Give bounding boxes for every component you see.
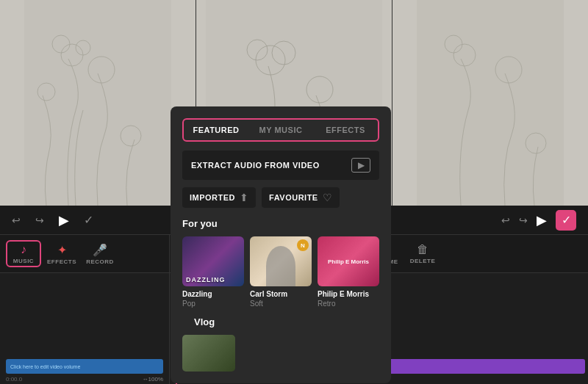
music-label: MUSIC — [13, 258, 34, 264]
carl-name: Carl Storm — [250, 290, 312, 298]
toolbar-delete-btn[interactable]: 🗑 DELETE — [405, 243, 440, 264]
extract-audio-row[interactable]: EXTRACT AUDIO FROM VIDEO ▶ — [182, 151, 379, 180]
heart-icon: ♡ — [323, 192, 332, 203]
vlog-section: Vlog — [182, 316, 379, 372]
philip-overlay: Philip E Morris — [328, 258, 369, 265]
import-icon: ⬆ — [240, 192, 248, 203]
tab-effects[interactable]: EFFECTS — [313, 120, 378, 140]
new-badge-carl: N — [297, 239, 309, 251]
toolbar-record-btn-left[interactable]: 🎤 RECORD — [82, 243, 118, 265]
effects-icon-left: ✦ — [57, 243, 67, 257]
vlog-cards — [182, 335, 379, 372]
music-tabs[interactable]: FEATURED MY MUSIC EFFECTS — [182, 118, 379, 142]
card-thumb-carl: N — [250, 236, 312, 286]
carl-genre: Soft — [250, 300, 312, 308]
icons-left: ♪ MUSIC ✦ EFFECTS 🎤 RECORD — [0, 235, 169, 272]
timeline-left[interactable]: Click here to edit video volume 0:00.0 ↔… — [0, 273, 169, 384]
redo-btn[interactable]: ↪ — [35, 214, 44, 226]
undo-btn[interactable]: ↩ — [12, 214, 21, 226]
controls-right: ↩ ↪ ▶ ✓ — [367, 210, 588, 231]
music-cards-row: DAZZLING Dazzling Pop N Carl Storm Soft … — [182, 236, 379, 308]
favourite-btn[interactable]: FAVOURITE ♡ — [262, 187, 340, 208]
extract-audio-label: EXTRACT AUDIO FROM VIDEO — [191, 161, 320, 170]
record-label-left: RECORD — [86, 258, 114, 265]
imported-btn[interactable]: IMPORTED ⬆ — [182, 187, 256, 208]
video-panel-left — [0, 0, 196, 206]
music-icon: ♪ — [21, 243, 26, 256]
dazzling-overlay: DAZZLING — [186, 276, 226, 283]
filter-row: IMPORTED ⬆ FAVOURITE ♡ — [182, 187, 379, 208]
music-panel: FEATURED MY MUSIC EFFECTS EXTRACT AUDIO … — [171, 106, 391, 383]
for-you-title: For you — [182, 218, 379, 229]
dazzling-genre: Pop — [182, 300, 244, 308]
philip-name: Philip E Morris — [318, 290, 379, 298]
toolbar-effects-btn-left[interactable]: ✦ EFFECTS — [44, 243, 79, 265]
play-btn-right[interactable]: ▶ — [537, 212, 547, 228]
svg-rect-14 — [417, 0, 564, 206]
philip-genre: Retro — [318, 300, 379, 308]
timeline-left-label: Click here to edit video volume — [10, 364, 80, 369]
vlog-card-pollen[interactable] — [182, 335, 235, 372]
tab-featured[interactable]: FEATURED — [184, 120, 248, 140]
fwd-btn-right[interactable]: ↪ — [519, 214, 528, 226]
record-icon-left: 🎤 — [93, 243, 107, 257]
music-card-philip[interactable]: Philip E Morris Philip E Morris Retro — [318, 236, 379, 308]
timeline-volume-left: ↔100% — [143, 376, 163, 383]
toolbar-music-btn[interactable]: ♪ MUSIC — [6, 240, 41, 267]
extract-play-icon[interactable]: ▶ — [351, 158, 370, 173]
timeline-blue-bar: Click here to edit video volume — [6, 359, 163, 374]
vlog-title: Vlog — [194, 316, 368, 327]
delete-label: DELETE — [410, 258, 436, 264]
controls-left: ↩ ↪ ▶ ✓ — [0, 212, 169, 228]
music-card-carl[interactable]: N Carl Storm Soft — [250, 236, 312, 308]
back-btn-right[interactable]: ↩ — [501, 214, 510, 226]
check-active-btn[interactable]: ✓ — [556, 210, 576, 231]
check-active-icon: ✓ — [562, 213, 571, 227]
card-thumb-dazzling: DAZZLING — [182, 236, 244, 286]
video-panel-right — [392, 0, 588, 206]
check-btn[interactable]: ✓ — [84, 213, 93, 227]
play-btn[interactable]: ▶ — [59, 212, 69, 228]
dazzling-name: Dazzling — [182, 290, 244, 298]
tab-my-music[interactable]: MY MUSIC — [248, 120, 313, 140]
timeline-time-left: 0:00.0 — [6, 376, 22, 383]
effects-label-left: EFFECTS — [47, 258, 76, 265]
carl-silhouette — [266, 246, 295, 286]
music-card-dazzling[interactable]: DAZZLING Dazzling Pop — [182, 236, 244, 308]
card-thumb-philip: Philip E Morris — [318, 236, 379, 286]
imported-label: IMPORTED — [190, 193, 235, 202]
delete-icon: 🗑 — [417, 243, 429, 256]
favourite-label: FAVOURITE — [269, 193, 318, 202]
svg-rect-0 — [24, 0, 171, 206]
